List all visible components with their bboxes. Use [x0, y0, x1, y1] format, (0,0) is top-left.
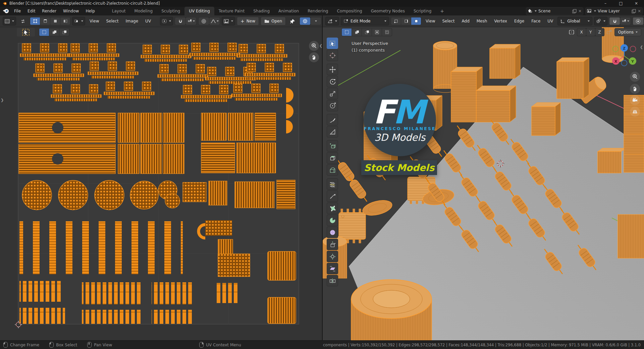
tab-animation[interactable]: Animation [274, 7, 303, 15]
new-image-button[interactable]: + New [237, 17, 259, 25]
uv-toolbar-expand-arrow[interactable]: ❯ [1, 98, 4, 102]
mirror-x-button[interactable]: X [577, 28, 586, 36]
tool-transform[interactable] [327, 100, 338, 111]
mirror-y-button[interactable]: Y [586, 28, 595, 36]
tool-shear[interactable] [327, 263, 338, 274]
tool-rip-region[interactable] [327, 275, 338, 286]
vp-new-selection-button[interactable] [342, 28, 352, 36]
edge-mode-button[interactable] [401, 17, 411, 25]
uv-extend-selection-button[interactable] [49, 28, 59, 36]
tab-texture-paint[interactable]: Texture Paint [214, 7, 249, 15]
tab-sculpting[interactable]: Sculpting [157, 7, 184, 15]
tool-annotate[interactable] [327, 114, 338, 125]
open-image-button[interactable]: Open [261, 17, 286, 25]
vp-menu-vertex[interactable]: Vertex [491, 19, 510, 23]
add-workspace-button[interactable]: + [436, 7, 448, 15]
tab-rendering[interactable]: Rendering [303, 7, 332, 15]
uv-falloff-dropdown[interactable] [209, 17, 220, 25]
vp-snap-settings[interactable] [620, 17, 631, 25]
vp-zoom-widget[interactable] [630, 72, 640, 82]
vertex-mode-button[interactable] [391, 17, 401, 25]
mirror-z-button[interactable]: Z [595, 28, 604, 36]
uv-pivot-button[interactable] [160, 17, 173, 25]
uv-new-selection-button[interactable] [39, 28, 49, 36]
vp-pan-widget[interactable] [630, 84, 640, 94]
new-scene-icon[interactable] [572, 9, 577, 13]
vp-camera-widget[interactable] [630, 95, 640, 105]
tool-bevel[interactable] [327, 164, 338, 176]
tab-uv-editing[interactable]: UV Editing [184, 7, 214, 15]
vp-menu-mesh[interactable]: Mesh [474, 19, 490, 23]
vp-menu-face[interactable]: Face [529, 19, 543, 23]
tool-select-box[interactable] [327, 38, 338, 49]
tool-poly-build[interactable] [327, 202, 338, 214]
sticky-selection-button[interactable] [72, 17, 85, 25]
viewport-canvas[interactable] [323, 27, 644, 340]
maximize-button[interactable]: □ [613, 0, 629, 7]
menu-window[interactable]: Window [60, 7, 82, 15]
vp-menu-add[interactable]: Add [459, 19, 472, 23]
uv-island-select-button[interactable] [60, 17, 70, 25]
tool-rotate[interactable] [327, 76, 338, 87]
tab-scripting[interactable]: Scripting [409, 7, 436, 15]
uv-face-select-button[interactable] [50, 17, 60, 25]
vp-snap-toggle[interactable] [609, 17, 620, 25]
uv-menu-uv[interactable]: UV [143, 19, 154, 23]
vp-proportional-toggle[interactable] [633, 17, 643, 25]
tool-shrink-fatten[interactable] [327, 251, 338, 262]
tool-scale[interactable] [327, 88, 338, 99]
remove-view-layer-icon[interactable]: × [638, 9, 641, 13]
editor-type-button[interactable] [325, 17, 339, 25]
tool-move[interactable] [327, 64, 338, 75]
close-button[interactable]: × [629, 0, 644, 7]
view-layer-selector[interactable]: View Layer × [585, 7, 643, 15]
uvmap-dropdown[interactable] [311, 17, 321, 25]
tool-edge-slide[interactable] [327, 239, 338, 250]
new-view-layer-icon[interactable] [632, 9, 636, 13]
vp-subtract-selection-button[interactable] [362, 28, 372, 36]
editor-type-button[interactable] [3, 17, 16, 25]
uv-pan-widget[interactable] [309, 52, 319, 62]
image-browse-button[interactable] [222, 17, 235, 25]
menu-file[interactable]: File [11, 7, 24, 15]
tool-spin[interactable] [327, 215, 338, 226]
uv-proportional-toggle[interactable] [199, 17, 209, 25]
menu-help[interactable]: Help [82, 7, 98, 15]
tool-measure[interactable] [327, 126, 338, 137]
minimize-button[interactable]: – [598, 0, 613, 7]
uv-menu-image[interactable]: Image [123, 19, 141, 23]
vp-invert-selection-button[interactable] [372, 28, 382, 36]
vp-ortho-widget[interactable] [630, 107, 640, 117]
uv-collapse-arrow[interactable]: ❮ [319, 44, 322, 48]
pin-button[interactable] [287, 17, 298, 25]
uv-sync-toggle[interactable] [18, 17, 28, 25]
proportional-connected-icon[interactable] [606, 30, 612, 35]
tab-compositing[interactable]: Compositing [332, 7, 366, 15]
tool-cursor[interactable] [327, 50, 338, 61]
vp-menu-view[interactable]: View [423, 19, 438, 23]
orientation-dropdown[interactable]: Global [557, 17, 592, 25]
tool-smooth[interactable] [327, 227, 338, 238]
tab-modeling[interactable]: Modeling [130, 7, 157, 15]
uv-canvas[interactable] [0, 38, 322, 340]
tab-shading[interactable]: Shading [249, 7, 274, 15]
uv-active-tool-button[interactable] [17, 28, 35, 37]
uv-edge-select-button[interactable] [40, 17, 50, 25]
uv-snap-settings[interactable] [186, 17, 196, 25]
uv-menu-view[interactable]: View [87, 19, 102, 23]
tool-extrude-region[interactable] [327, 140, 338, 152]
face-mode-button[interactable] [411, 17, 421, 25]
uv-zoom-widget[interactable] [309, 41, 319, 51]
vp-menu-edge[interactable]: Edge [512, 19, 527, 23]
options-button[interactable]: Options [614, 28, 641, 36]
unlink-scene-icon[interactable]: × [578, 9, 582, 13]
scene-selector[interactable]: Scene × [526, 7, 583, 15]
vp-intersect-selection-button[interactable] [382, 28, 392, 36]
vp-pivot-button[interactable] [594, 17, 607, 25]
uv-snap-toggle[interactable] [175, 17, 185, 25]
uv-subtract-selection-button[interactable] [59, 28, 69, 36]
uv-vertex-select-button[interactable] [30, 17, 40, 25]
tab-layout[interactable]: Layout [108, 7, 130, 15]
tool-knife[interactable] [327, 190, 338, 202]
tab-geometry-nodes[interactable]: Geometry Nodes [367, 7, 409, 15]
